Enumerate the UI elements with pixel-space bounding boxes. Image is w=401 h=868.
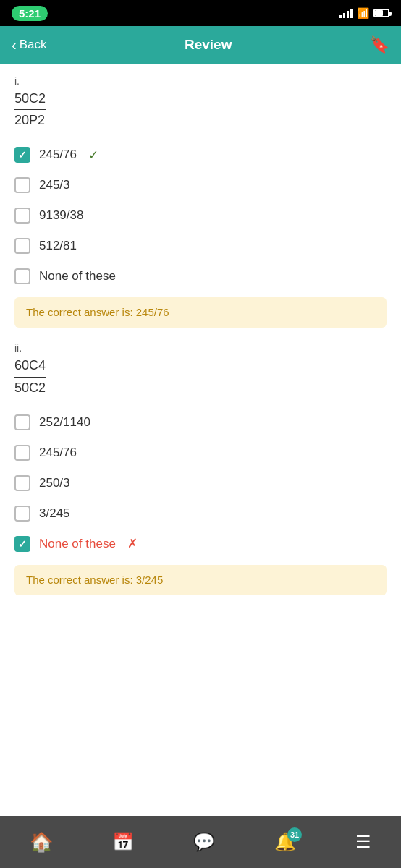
signal-icon xyxy=(339,9,353,18)
wrong-icon: ✗ xyxy=(127,536,138,551)
option-q1-d[interactable]: 512/81 xyxy=(14,231,387,261)
bookmark-icon[interactable]: 🔖 xyxy=(370,35,389,54)
checkbox-q1-e[interactable] xyxy=(14,268,30,284)
wifi-icon: 📶 xyxy=(357,7,369,19)
checkbox-q1-d[interactable] xyxy=(14,238,30,254)
check-icon: ✓ xyxy=(18,149,27,161)
question-2: ii. 60C4 50C2 252/1140 245/76 250/3 3/24… xyxy=(14,342,387,595)
answer-text-q2: The correct answer is: 3/245 xyxy=(26,574,163,586)
option-q2-c-text: 250/3 xyxy=(39,476,70,490)
back-chevron-icon: ‹ xyxy=(12,37,17,54)
checkbox-q1-a[interactable]: ✓ xyxy=(14,147,30,163)
nav-chat[interactable]: 💬 xyxy=(193,832,215,852)
status-icons: 📶 xyxy=(339,7,389,19)
menu-icon: ☰ xyxy=(355,832,371,852)
option-q1-e-text: None of these xyxy=(39,269,116,284)
option-q2-a-text: 252/1140 xyxy=(39,415,90,430)
calendar-icon: 📅 xyxy=(112,832,134,852)
option-q2-d[interactable]: 3/245 xyxy=(14,498,387,529)
option-q1-d-text: 512/81 xyxy=(39,239,77,253)
checkbox-q2-e[interactable]: ✓ xyxy=(14,536,30,552)
option-q2-e-text: None of these xyxy=(39,537,116,551)
option-q2-b-text: 245/76 xyxy=(39,446,77,460)
option-q1-a[interactable]: ✓ 245/76 ✓ xyxy=(14,140,387,170)
back-button[interactable]: ‹ Back xyxy=(12,37,46,54)
checkbox-q1-c[interactable] xyxy=(14,208,30,224)
option-q1-e[interactable]: None of these xyxy=(14,261,387,292)
bottom-nav: 🏠 📅 💬 🔔 31 ☰ xyxy=(0,816,401,868)
nav-notifications[interactable]: 🔔 31 xyxy=(274,832,296,852)
home-icon: 🏠 xyxy=(30,831,53,854)
question-1-fraction: 50C2 20P2 xyxy=(14,90,387,129)
checkbox-q1-b[interactable] xyxy=(14,177,30,193)
option-q1-b-text: 245/3 xyxy=(39,178,70,192)
correct-icon: ✓ xyxy=(88,148,98,163)
back-label: Back xyxy=(20,38,47,52)
option-q1-a-text: 245/76 xyxy=(39,148,77,162)
checkbox-q2-d[interactable] xyxy=(14,506,30,522)
question-2-fraction: 60C4 50C2 xyxy=(14,357,387,396)
notification-badge: 31 xyxy=(287,827,302,842)
main-content: i. 50C2 20P2 ✓ 245/76 ✓ 245/3 9139/38 xyxy=(0,64,401,675)
status-bar: 5:21 📶 xyxy=(0,0,401,26)
nav-menu[interactable]: ☰ xyxy=(355,832,371,852)
answer-text-q1: The correct answer is: 245/76 xyxy=(26,306,169,318)
option-q1-b[interactable]: 245/3 xyxy=(14,170,387,200)
question-2-denominator: 50C2 xyxy=(14,379,46,397)
question-2-label: ii. xyxy=(14,342,387,354)
nav-calendar[interactable]: 📅 xyxy=(112,832,134,852)
battery-icon xyxy=(373,9,389,17)
option-q2-c[interactable]: 250/3 xyxy=(14,468,387,498)
checkbox-q2-a[interactable] xyxy=(14,414,30,430)
question-1-label: i. xyxy=(14,75,387,87)
option-q2-d-text: 3/245 xyxy=(39,506,70,521)
option-q2-b[interactable]: 245/76 xyxy=(14,438,387,468)
question-1: i. 50C2 20P2 ✓ 245/76 ✓ 245/3 9139/38 xyxy=(14,75,387,328)
question-2-numerator: 60C4 xyxy=(14,357,46,377)
checkbox-q2-c[interactable] xyxy=(14,475,30,491)
nav-home[interactable]: 🏠 xyxy=(30,831,53,854)
page-title: Review xyxy=(185,37,232,53)
top-nav: ‹ Back Review 🔖 xyxy=(0,26,401,64)
check-icon-2: ✓ xyxy=(18,538,27,550)
option-q1-c-text: 9139/38 xyxy=(39,208,83,223)
answer-box-q1: The correct answer is: 245/76 xyxy=(14,297,387,328)
option-q1-c[interactable]: 9139/38 xyxy=(14,200,387,231)
question-1-denominator: 20P2 xyxy=(14,111,46,129)
chat-icon: 💬 xyxy=(193,832,215,852)
checkbox-q2-b[interactable] xyxy=(14,445,30,461)
option-q2-a[interactable]: 252/1140 xyxy=(14,407,387,438)
answer-box-q2: The correct answer is: 3/245 xyxy=(14,565,387,595)
status-time: 5:21 xyxy=(12,6,48,21)
option-q2-e[interactable]: ✓ None of these ✗ xyxy=(14,529,387,559)
question-1-numerator: 50C2 xyxy=(14,90,46,110)
